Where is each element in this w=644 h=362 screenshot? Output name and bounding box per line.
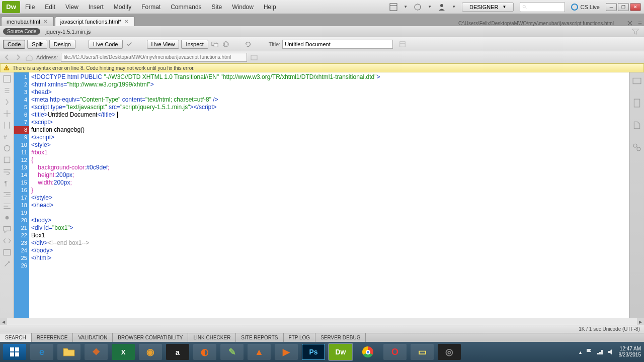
recent-snippets-icon[interactable] (3, 248, 12, 257)
minimize-button[interactable]: ─ (606, 3, 617, 11)
taskbar-obs[interactable]: ◎ (438, 344, 461, 360)
files-panel-icon[interactable] (632, 121, 641, 130)
code-line[interactable] (31, 262, 627, 269)
menu-window[interactable]: Window (227, 0, 259, 14)
code-line[interactable]: { (31, 156, 627, 164)
outdent-icon[interactable] (3, 202, 12, 211)
design-view-button[interactable]: Design (49, 40, 75, 49)
menu-commands[interactable]: Commands (166, 0, 206, 14)
inspect-button[interactable]: Inspect (181, 40, 208, 49)
open-docs-icon[interactable] (3, 74, 12, 83)
source-code-pill[interactable]: Source Code (3, 28, 40, 35)
user-dropdown-arrow[interactable]: ▼ (452, 5, 456, 9)
document-tab[interactable]: menubar.html✕ (1, 17, 54, 26)
select-parent-icon[interactable] (3, 109, 12, 118)
address-input[interactable] (61, 53, 247, 62)
close-button[interactable]: ✕ (630, 3, 641, 11)
collapse-icon[interactable] (3, 86, 12, 95)
move-css-icon[interactable] (3, 259, 12, 268)
panel-tab-reference[interactable]: REFERENCE (32, 333, 73, 342)
code-line[interactable]: </html> (31, 254, 627, 262)
code-line[interactable]: <html xmlns="http://www.w3.org/1999/xhtm… (31, 81, 627, 88)
wrap-tag-icon[interactable] (3, 236, 12, 245)
panel-tab-ftp-log[interactable]: FTP LOG (284, 333, 316, 342)
taskbar-chrome[interactable] (356, 344, 379, 360)
taskbar-app-4[interactable]: ▶ (275, 344, 298, 360)
start-button[interactable] (3, 344, 26, 360)
syntax-icon[interactable] (3, 155, 12, 164)
horizontal-scrollbar[interactable]: ◀ ▶ (0, 318, 644, 325)
menu-help[interactable]: Help (259, 0, 281, 14)
hidden-chars-icon[interactable]: ¶ (3, 178, 12, 188)
code-line[interactable]: background-color:#0c9def; (31, 164, 627, 171)
document-tab[interactable]: javascript functions.html*✕ (55, 17, 135, 26)
browse-icon[interactable] (250, 53, 258, 61)
layout-icon[interactable] (389, 3, 397, 11)
forward-icon[interactable] (14, 53, 22, 61)
tab-close-icon[interactable]: ✕ (43, 19, 48, 24)
code-line[interactable]: <!DOCTYPE html PUBLIC "-//W3C//DTD XHTML… (31, 73, 627, 81)
code-line[interactable]: <meta http-equiv="Content-Type" content=… (31, 96, 627, 104)
expand-all-icon[interactable] (3, 98, 12, 107)
code-line[interactable]: Box1 (31, 232, 627, 239)
tab-close-icon[interactable]: ✕ (124, 19, 129, 24)
split-view-button[interactable]: Split (27, 40, 47, 49)
cslive-link[interactable]: CS Live (571, 4, 600, 11)
panel-tab-validation[interactable]: VALIDATION (73, 333, 113, 342)
insert-panel-icon[interactable] (632, 99, 641, 108)
title-input[interactable] (282, 40, 393, 49)
code-line[interactable]: } (31, 187, 627, 194)
code-line[interactable]: </div><!--end box1--> (31, 239, 627, 247)
menu-modify[interactable]: Modify (109, 0, 136, 14)
code-line[interactable]: <head> (31, 88, 627, 96)
menu-site[interactable]: Site (207, 0, 227, 14)
globe-icon[interactable] (221, 40, 230, 49)
comment-icon[interactable] (3, 225, 12, 234)
code-line[interactable]: </head> (31, 202, 627, 209)
panel-tab-link-checker[interactable]: LINK CHECKER (188, 333, 236, 342)
menu-view[interactable]: View (60, 0, 84, 14)
home-icon[interactable] (25, 53, 33, 61)
taskbar-photoshop[interactable]: Ps (302, 344, 325, 360)
code-line[interactable]: </script> (31, 134, 627, 141)
taskbar-ie[interactable]: e (30, 344, 53, 360)
live-code-button[interactable]: Live Code (89, 40, 123, 49)
panel-tab-search[interactable]: SEARCH (0, 333, 32, 342)
taskbar-vlc[interactable]: ▲ (248, 344, 271, 360)
taskbar-explorer[interactable] (57, 344, 80, 360)
code-line[interactable]: <body> (31, 217, 627, 224)
restore-button[interactable]: ❐ (618, 3, 629, 11)
assets-panel-icon[interactable] (632, 143, 641, 152)
panel-tab-browser-compatibility[interactable]: BROWSER COMPATIBILITY (113, 333, 188, 342)
flag-icon[interactable] (586, 348, 593, 355)
taskbar-amazon[interactable]: a (166, 344, 189, 360)
code-line[interactable]: function changebg() (31, 126, 627, 134)
taskbar-notes[interactable]: ▭ (411, 344, 434, 360)
doc-menu-arrow[interactable]: ☰ (636, 21, 644, 26)
code-line[interactable]: #box1 (31, 149, 627, 156)
menu-edit[interactable]: Edit (40, 0, 60, 14)
code-view-button[interactable]: Code (3, 40, 25, 49)
options-icon[interactable] (398, 40, 407, 49)
taskbar-app-2[interactable]: ◉ (139, 344, 162, 360)
extend-dropdown-arrow[interactable]: ▼ (428, 5, 432, 9)
menu-format[interactable]: Format (136, 0, 166, 14)
taskbar-firefox[interactable]: ◐ (193, 344, 216, 360)
doc-close-icon[interactable] (627, 20, 633, 26)
balance-icon[interactable] (3, 121, 12, 130)
check-icon[interactable] (125, 40, 134, 49)
search-box[interactable] (520, 2, 565, 12)
tray-arrow-icon[interactable]: ▴ (579, 349, 582, 355)
multiscreen-icon[interactable] (210, 40, 219, 49)
taskbar-app-3[interactable]: ✎ (220, 344, 244, 360)
taskbar-app-1[interactable]: ❖ (85, 344, 108, 360)
menu-file[interactable]: File (20, 0, 40, 14)
highlight-icon[interactable] (3, 144, 12, 153)
refresh-icon[interactable] (244, 40, 253, 49)
code-line[interactable]: <script type="text/javascript" src="scri… (31, 104, 627, 111)
taskbar-clock[interactable]: 12:47 AM 8/23/2015 (619, 346, 641, 358)
scroll-right-icon[interactable]: ▶ (637, 318, 644, 325)
code-editor[interactable]: <!DOCTYPE html PUBLIC "-//W3C//DTD XHTML… (29, 72, 629, 318)
taskbar-dreamweaver[interactable]: Dw (329, 344, 352, 360)
volume-icon[interactable] (608, 348, 615, 355)
